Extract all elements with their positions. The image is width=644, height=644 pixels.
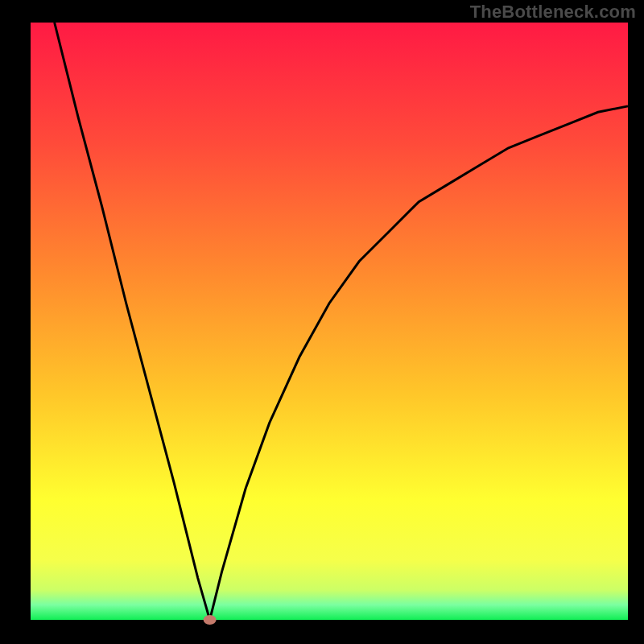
watermark-text: TheBottleneck.com	[470, 2, 636, 23]
chart-svg	[0, 0, 644, 644]
plot-background	[31, 23, 628, 620]
chart-container: TheBottleneck.com	[0, 0, 644, 644]
minimum-marker	[204, 615, 217, 625]
